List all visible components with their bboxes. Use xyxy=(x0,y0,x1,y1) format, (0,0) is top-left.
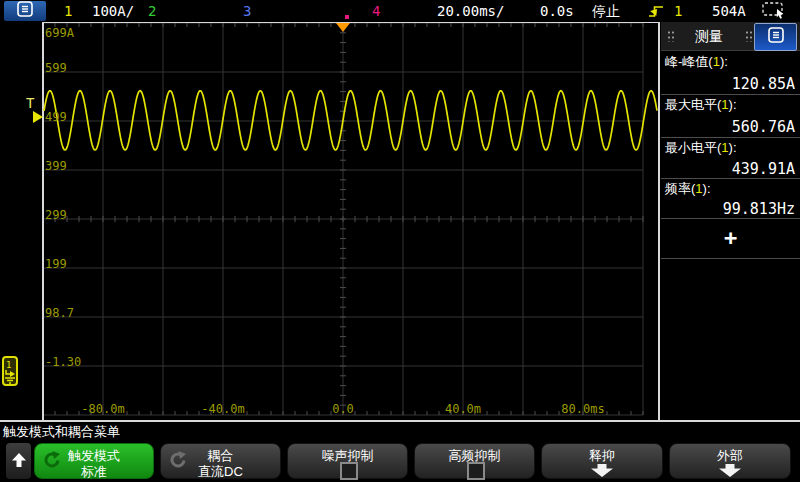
up-arrow-icon xyxy=(11,452,27,471)
oscilloscope-screen: 1 100A/ 2 3 4 20.00ms/ 0.0s 停止 1 504A 69… xyxy=(0,0,800,482)
softkey-external[interactable]: 外部 xyxy=(669,443,791,479)
softkey-coupling[interactable]: 耦合 直流DC xyxy=(160,443,281,479)
trigger-level-value[interactable]: 504A xyxy=(712,0,746,22)
measurement-panel: 测量 峰-峰值(1): 120.85A 最大电平(1): 560.76A 最小电… xyxy=(661,22,800,420)
y-axis-label: 699A xyxy=(45,26,74,40)
softkey-bar: 触发模式 标准 耦合 直流DC 噪声抑制 高频抑制 释抑 外部 xyxy=(0,442,800,482)
down-arrow-icon xyxy=(719,463,741,481)
measurement-panel-title: 测量 xyxy=(661,22,757,50)
x-axis-label: 40.0m xyxy=(445,402,481,416)
divider xyxy=(661,258,800,259)
divider xyxy=(661,137,800,138)
edge-trigger-icon xyxy=(649,3,664,23)
divider xyxy=(661,218,800,219)
graticule-and-trace xyxy=(0,22,660,421)
y-axis-label: 499 xyxy=(45,110,67,124)
softkey-noise-reject[interactable]: 噪声抑制 xyxy=(287,443,408,479)
y-axis-label: 599 xyxy=(45,61,67,75)
run-state[interactable]: 停止 xyxy=(592,0,620,22)
divider xyxy=(661,94,800,95)
measurement-row-peak-to-peak[interactable]: 峰-峰值(1): 120.85A xyxy=(661,53,800,94)
measurement-row-maximum[interactable]: 最大电平(1): 560.76A xyxy=(661,96,800,137)
measurement-row-frequency[interactable]: 频率(1): 99.813Hz xyxy=(661,180,800,218)
x-axis-label: -40.0m xyxy=(201,402,244,416)
x-axis-label: 80.0ms xyxy=(561,402,604,416)
x-axis-label: -80.0m xyxy=(81,402,124,416)
top-status-bar: 1 100A/ 2 3 4 20.00ms/ 0.0s 停止 1 504A xyxy=(0,0,800,22)
y-axis-label: 399 xyxy=(45,159,67,173)
softkey-hf-reject[interactable]: 高频抑制 xyxy=(414,443,535,479)
delay-value[interactable]: 0.0s xyxy=(540,0,574,22)
menu-back-button[interactable] xyxy=(6,443,31,479)
y-axis-label: -1.30 xyxy=(45,355,81,369)
y-axis-label: 299 xyxy=(45,208,67,222)
hf-reject-checkbox[interactable] xyxy=(467,462,485,480)
measurement-value: 120.85A xyxy=(732,75,795,93)
softkey-trigger-mode[interactable]: 触发模式 标准 xyxy=(34,443,154,479)
menu-list-icon xyxy=(16,0,34,22)
trigger-level-letter[interactable]: T xyxy=(26,96,34,110)
menu-title: 触发模式和耦合菜单 xyxy=(3,423,120,441)
channel4-indicator[interactable]: 4 xyxy=(372,0,380,22)
channel4-trigger-dot xyxy=(345,15,349,19)
down-arrow-icon xyxy=(591,463,613,481)
softkey-holdoff[interactable]: 释抑 xyxy=(541,443,663,479)
x-axis-label: 0.0 xyxy=(332,402,354,416)
measurement-panel-header[interactable]: 测量 xyxy=(661,22,800,51)
measurement-row-minimum[interactable]: 最小电平(1): 439.91A xyxy=(661,139,800,178)
measurement-value: 439.91A xyxy=(732,160,795,178)
channel1-indicator[interactable]: 1 xyxy=(64,0,72,22)
channel1-scale[interactable]: 100A/ xyxy=(92,0,134,22)
measurement-menu-button[interactable] xyxy=(754,23,797,51)
trigger-level-arrow[interactable] xyxy=(33,111,43,123)
trigger-source[interactable]: 1 xyxy=(674,0,682,22)
waveform-display-area: 699A59949939929919998.7-1.30 -80.0m-40.0… xyxy=(0,22,660,421)
y-axis-label: 199 xyxy=(45,257,67,271)
main-menu-button[interactable] xyxy=(4,1,46,21)
channel3-indicator[interactable]: 3 xyxy=(243,0,251,22)
measurement-value: 560.76A xyxy=(732,118,795,136)
channel2-indicator[interactable]: 2 xyxy=(148,0,156,22)
display-bottom-edge xyxy=(0,420,800,422)
drag-handle-right-icon[interactable] xyxy=(745,30,752,42)
divider xyxy=(661,178,800,179)
menu-list-icon xyxy=(767,26,785,48)
add-measurement-button[interactable]: + xyxy=(661,225,800,251)
noise-reject-checkbox[interactable] xyxy=(340,462,358,480)
trigger-position-marker[interactable] xyxy=(336,23,350,32)
svg-text:1: 1 xyxy=(6,360,11,370)
measurement-value: 99.813Hz xyxy=(723,200,795,218)
channel1-ground-marker[interactable]: 1 xyxy=(2,356,18,390)
y-axis-label: 98.7 xyxy=(45,306,74,320)
timebase-value[interactable]: 20.00ms/ xyxy=(437,0,504,22)
